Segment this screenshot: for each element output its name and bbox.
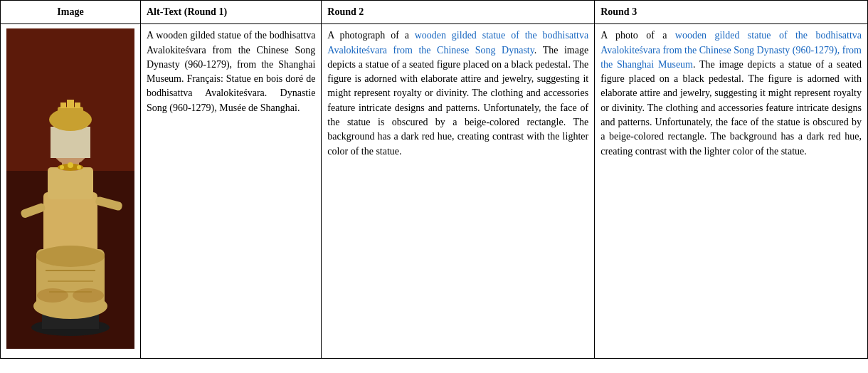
round2-cell: A photograph of a wooden gilded statue o… [322, 24, 595, 358]
alt-text-content: A wooden gilded statue of the bodhisattv… [147, 30, 315, 112]
svg-rect-18 [75, 103, 80, 108]
round3-suffix: . The image depicts a statue of a seated… [600, 59, 862, 157]
header-alt-text: Alt-Text (Round 1) [141, 1, 322, 24]
header-image: Image [1, 1, 141, 24]
round2-suffix: . The image depicts a statue of a seated… [327, 45, 588, 157]
svg-point-23 [37, 288, 68, 303]
round3-cell: A photo of a wooden gilded statue of the… [595, 24, 868, 358]
svg-point-24 [73, 288, 104, 303]
image-cell [1, 24, 141, 358]
svg-point-20 [68, 162, 73, 168]
svg-point-22 [77, 165, 81, 169]
main-table: Image Alt-Text (Round 1) Round 2 Round 3 [0, 0, 868, 359]
round3-prefix: A photo of a [600, 30, 675, 41]
svg-rect-17 [60, 103, 66, 108]
round2-prefix: A photograph of a [327, 30, 414, 41]
header-round2: Round 2 [322, 1, 595, 24]
statue-image [6, 28, 134, 349]
header-round3: Round 3 [595, 1, 868, 24]
svg-point-21 [60, 165, 64, 169]
svg-point-7 [36, 246, 105, 267]
svg-rect-15 [58, 107, 83, 121]
svg-rect-16 [67, 100, 74, 108]
table-row: A wooden gilded statue of the bodhisattv… [1, 24, 868, 358]
svg-rect-10 [48, 167, 93, 199]
alt-text-cell: A wooden gilded statue of the bodhisattv… [141, 24, 322, 358]
svg-rect-13 [51, 127, 90, 158]
